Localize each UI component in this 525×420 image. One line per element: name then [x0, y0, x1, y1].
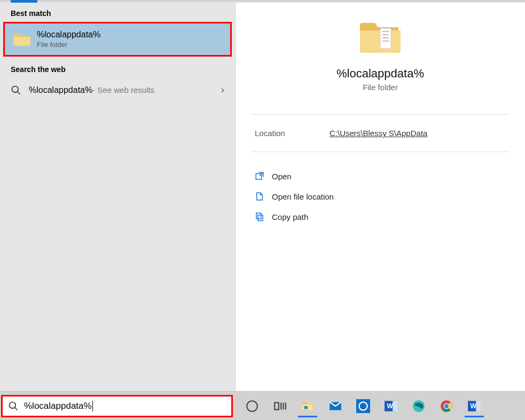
svg-rect-9	[256, 213, 261, 219]
open-label: Open	[272, 172, 292, 181]
best-match-subtitle: File folder	[37, 41, 100, 49]
search-results-panel: Best match %localappdata% File folder Se…	[0, 3, 235, 391]
svg-rect-13	[275, 402, 279, 409]
svg-point-10	[10, 402, 16, 408]
copy-path-action[interactable]: Copy path	[252, 207, 509, 227]
svg-rect-8	[258, 215, 263, 221]
search-icon	[11, 85, 21, 96]
top-border	[0, 0, 525, 2]
preview-subtitle: File folder	[363, 83, 398, 92]
open-location-label: Open file location	[272, 192, 334, 201]
svg-line-11	[15, 407, 18, 410]
search-value: %localappdata%	[24, 401, 93, 411]
mail-button[interactable]	[324, 395, 347, 417]
divider	[252, 114, 509, 115]
open-location-action[interactable]: Open file location	[252, 186, 509, 207]
svg-rect-32	[476, 401, 481, 411]
svg-text:W: W	[470, 402, 476, 410]
copy-path-label: Copy path	[272, 212, 308, 221]
search-web-header: Search the web	[0, 59, 235, 78]
preview-header: %localappdata% File folder	[236, 3, 525, 102]
dell-app-button[interactable]	[351, 395, 375, 417]
file-location-icon	[255, 192, 264, 201]
folder-large-icon	[359, 19, 402, 56]
location-row: Location C:\Users\Blessy S\AppData	[236, 126, 525, 140]
best-match-title: %localappdata%	[37, 30, 100, 39]
taskbar-icons: W W	[240, 395, 486, 417]
svg-point-30	[444, 403, 449, 408]
svg-line-1	[18, 91, 20, 94]
web-result-suffix: - See web results	[92, 85, 154, 94]
best-match-text: %localappdata% File folder	[37, 30, 100, 49]
web-result[interactable]: %localappdata% - See web results ›	[0, 78, 235, 102]
word-pinned-button[interactable]: W	[379, 395, 403, 417]
open-action[interactable]: Open	[252, 166, 509, 186]
search-input[interactable]: %localappdata%	[1, 395, 233, 417]
svg-point-12	[247, 401, 257, 411]
taskbar: %localappdata% W W	[0, 391, 525, 420]
preview-title: %localappdata%	[336, 67, 424, 81]
svg-point-0	[12, 86, 19, 92]
location-link[interactable]: C:\Users\Blessy S\AppData	[330, 129, 427, 138]
cortana-button[interactable]	[240, 395, 264, 417]
svg-rect-18	[304, 406, 308, 409]
svg-text:W: W	[387, 402, 393, 410]
edge-button[interactable]	[407, 395, 430, 417]
open-icon	[255, 171, 264, 181]
svg-rect-20	[356, 399, 370, 413]
file-explorer-button[interactable]	[296, 395, 319, 417]
chevron-right-icon: ›	[221, 84, 224, 96]
chrome-button[interactable]	[435, 395, 458, 417]
task-view-button[interactable]	[268, 395, 292, 417]
divider	[252, 152, 509, 152]
best-match-header: Best match	[0, 3, 235, 22]
location-label: Location	[255, 129, 330, 138]
best-match-result[interactable]: %localappdata% File folder	[3, 22, 232, 57]
svg-rect-23	[393, 401, 397, 411]
search-icon	[8, 401, 19, 411]
actions-list: Open Open file location Copy path	[236, 164, 525, 229]
folder-icon	[13, 32, 30, 47]
word-running-button[interactable]: W	[463, 395, 486, 417]
preview-panel: %localappdata% File folder Location C:\U…	[235, 3, 525, 391]
copy-icon	[255, 212, 264, 221]
web-result-title: %localappdata%	[29, 85, 92, 95]
